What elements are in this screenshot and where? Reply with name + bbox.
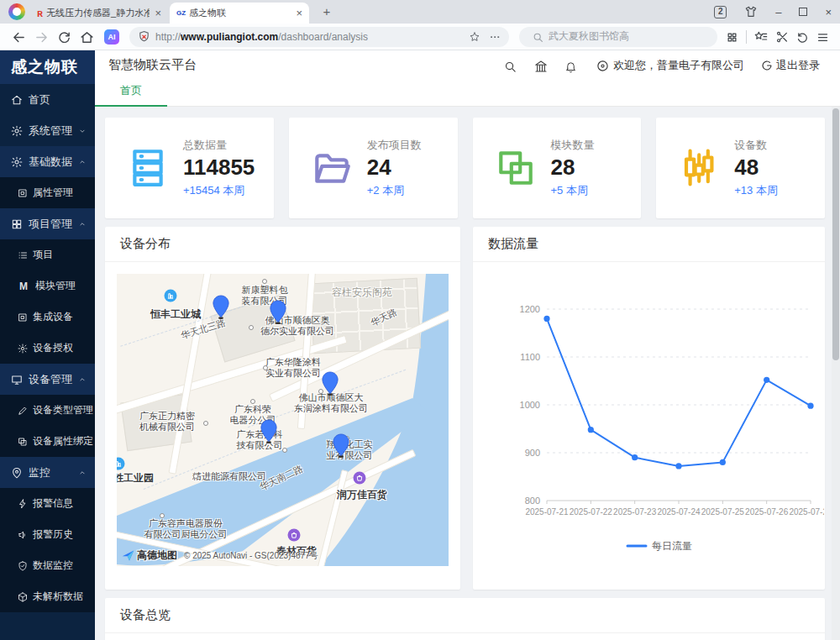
- stat-modules-icon: [495, 147, 537, 189]
- restore-session-icon[interactable]: [796, 29, 809, 45]
- pen-icon: [18, 406, 28, 416]
- logout-button[interactable]: 退出登录: [761, 58, 820, 73]
- bookmark-star-icon[interactable]: [469, 30, 480, 43]
- tab-home[interactable]: 首页: [95, 83, 167, 107]
- traffic-line-chart: 8009001000110012002025-07-212025-07-2220…: [488, 297, 824, 559]
- map-pin[interactable]: [270, 300, 287, 328]
- browser-tab-1[interactable]: ʀ 无线压力传感器_静力水准仪_ ×: [30, 3, 168, 24]
- map-canvas[interactable]: 华天北三路华天路华天南二路容柱安乐阁苑新康塑料包装有限公司恒丰工业城佛山市顺德区…: [117, 274, 449, 566]
- sidebar-item[interactable]: 基础数据: [0, 146, 95, 177]
- sidebar-item-label: 集成设备: [33, 310, 73, 324]
- tab2-favicon-icon: GZ: [176, 9, 186, 17]
- stat-delta: +5 本周: [551, 183, 595, 198]
- svg-text:900: 900: [525, 448, 540, 458]
- devices-stat-icon: [678, 147, 720, 189]
- map-pin[interactable]: [322, 371, 339, 400]
- map-poi-label: 恒丰工业城: [150, 309, 201, 320]
- sidebar-item[interactable]: 项目: [0, 239, 95, 270]
- map-area-label: 容柱安乐阁苑: [332, 287, 392, 298]
- address-bar[interactable]: http://www.puliangiot.com/dashboard/anal…: [129, 27, 509, 47]
- device-overview-card: 设备总览: [105, 598, 825, 640]
- sidebar-item[interactable]: 未解析数据: [0, 581, 95, 612]
- modules-stat-icon: [495, 147, 537, 189]
- tab-close-icon[interactable]: ×: [155, 8, 161, 18]
- favorites-list-icon[interactable]: [754, 29, 768, 45]
- svg-text:1000: 1000: [520, 400, 540, 410]
- svg-text:800: 800: [525, 496, 540, 506]
- sidebar-item[interactable]: 设备管理: [0, 364, 95, 395]
- undo-icon: [796, 31, 809, 44]
- ai-assistant-icon[interactable]: AI: [104, 29, 119, 45]
- map-poi-label: 胜工业园: [117, 473, 154, 484]
- sidebar-item[interactable]: 设备授权: [0, 333, 95, 364]
- sidebar-item[interactable]: 报警历史: [0, 519, 95, 550]
- map-pin[interactable]: [213, 295, 230, 323]
- user-circle-icon: [596, 58, 613, 71]
- header-search-icon[interactable]: [504, 59, 517, 72]
- map-pin[interactable]: [260, 419, 278, 448]
- reload-button[interactable]: [57, 29, 71, 44]
- site-security-shield-icon[interactable]: [138, 30, 150, 43]
- svg-text:1100: 1100: [520, 352, 540, 362]
- svg-text:2025-07-25: 2025-07-25: [701, 507, 745, 517]
- screenshot-scissors-icon[interactable]: [775, 29, 789, 45]
- sidebar-item[interactable]: 监控: [0, 457, 95, 488]
- sidebar-item[interactable]: 项目管理: [0, 208, 95, 239]
- sidebar-item[interactable]: 设备属性绑定: [0, 426, 95, 457]
- stat-delta: +2 本周: [367, 183, 422, 198]
- more-options-icon[interactable]: [489, 30, 501, 43]
- sidebar-item[interactable]: 系统管理: [0, 115, 95, 146]
- browser-tab-2[interactable]: GZ 感之物联 ×: [170, 3, 309, 24]
- forward-button[interactable]: [34, 29, 49, 44]
- sidebar-item-label: 基础数据: [29, 155, 72, 170]
- sidebar-item[interactable]: 集成设备: [0, 302, 95, 333]
- main-area: 智慧物联云平台 欢迎您，普量电子有限公司 退出登录 首页 总数据量114855+…: [95, 50, 840, 640]
- legend-label[interactable]: 每日流量: [652, 540, 692, 552]
- scrollbar-track[interactable]: [832, 107, 840, 640]
- grid-icon: [11, 218, 23, 230]
- back-button[interactable]: [12, 29, 26, 44]
- chevron-up-icon: [78, 469, 87, 477]
- browser-search-box[interactable]: 武大夏秋图书馆高: [519, 27, 717, 47]
- home-button[interactable]: [80, 29, 94, 44]
- chart-card-title: 数据流量: [473, 227, 825, 262]
- apps-grid-icon[interactable]: [726, 29, 738, 45]
- stat-label: 模块数量: [551, 138, 595, 153]
- sidebar-item[interactable]: 首页: [0, 84, 95, 115]
- tab-title: 无线压力传感器_静力水准仪_: [46, 7, 150, 19]
- chevron-down-icon: [78, 127, 87, 135]
- sidebar-item-label: 模块管理: [35, 279, 76, 293]
- stat-devices-icon: [678, 147, 720, 189]
- organization-bank-icon[interactable]: [534, 59, 548, 72]
- sidebar-menu: 首页系统管理基础数据属性管理项目管理项目M模块管理集成设备设备授权设备管理设备类…: [0, 84, 95, 612]
- reload-icon: [57, 30, 71, 45]
- scrollbar-thumb[interactable]: [832, 108, 839, 360]
- sidebar-item-label: 设备管理: [29, 372, 72, 387]
- theme-shirt-icon[interactable]: [744, 5, 758, 19]
- sidebar-item[interactable]: M模块管理: [0, 270, 95, 302]
- sidebar-item[interactable]: 报警信息: [0, 488, 95, 519]
- sidebar-item-label: 数据监控: [33, 559, 73, 573]
- new-tab-button[interactable]: +: [319, 4, 334, 19]
- sidebar-item[interactable]: 属性管理: [0, 177, 95, 208]
- svg-text:2025-07-24: 2025-07-24: [657, 507, 701, 517]
- mall-badge-icon: [354, 472, 366, 485]
- map-pin[interactable]: [333, 433, 350, 462]
- shield-icon: [18, 561, 28, 571]
- browser-menu-icon[interactable]: [816, 29, 829, 45]
- notification-bell-icon[interactable]: [564, 59, 578, 72]
- minimize-button[interactable]: –: [775, 6, 781, 18]
- stat-folder-icon: [311, 147, 353, 189]
- maximize-button[interactable]: [799, 8, 807, 16]
- map-poi-label: 广东正力精密机械有限公司: [139, 411, 195, 433]
- sidebar-item[interactable]: 数据监控: [0, 550, 95, 581]
- sidebar-item[interactable]: 设备类型管理: [0, 395, 95, 426]
- svg-text:2025-07-22: 2025-07-22: [570, 507, 613, 517]
- close-window-button[interactable]: ×: [825, 6, 832, 18]
- tab-count-badge[interactable]: 2: [714, 6, 727, 18]
- grid4-icon: [726, 31, 738, 44]
- browser-logo-icon[interactable]: [8, 3, 25, 20]
- stat-delta: +13 本周: [734, 183, 778, 198]
- tab-close-icon[interactable]: ×: [296, 8, 302, 18]
- map-poi-dot: [262, 279, 267, 284]
